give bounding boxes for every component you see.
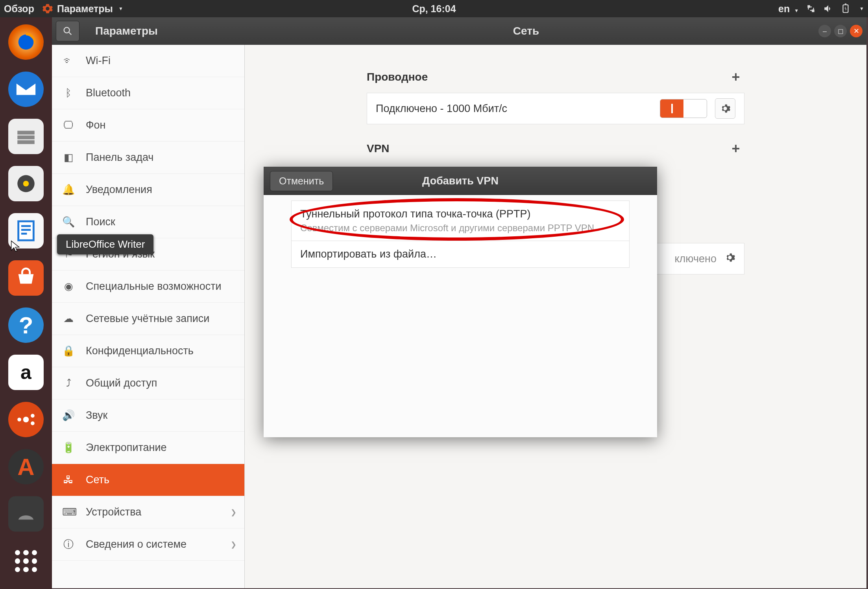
network-icon: 🖧 (62, 474, 75, 486)
sidebar-label: Устройства (86, 506, 141, 518)
vpn-option-title: Импортировать из файла… (300, 248, 621, 260)
sidebar-item-accounts[interactable]: ☁Сетевые учётные записи (52, 303, 244, 335)
sidebar-item-network[interactable]: 🖧Сеть (52, 464, 244, 496)
wired-status-label: Подключено - 1000 Мбит/с (376, 103, 507, 115)
sidebar-item-sharing[interactable]: ⤴Общий доступ (52, 367, 244, 399)
launcher-rhythmbox[interactable] (8, 166, 44, 201)
bluetooth-icon: ᛒ (62, 87, 75, 99)
app-menu-label: Параметры (57, 3, 113, 15)
chevron-right-icon: ❯ (231, 540, 236, 549)
activities-button[interactable]: Обзор (4, 3, 34, 15)
sidebar-item-sound[interactable]: 🔊Звук (52, 399, 244, 432)
wired-settings-button[interactable] (715, 98, 735, 119)
add-wired-button[interactable]: + (727, 68, 744, 86)
clock: Ср, 16:04 (0, 3, 868, 15)
info-icon: ⓘ (62, 537, 75, 551)
gear-icon (720, 103, 731, 114)
launcher-generic[interactable] (8, 496, 44, 532)
sidebar-label: Сведения о системе (86, 538, 187, 550)
launcher-thunderbird[interactable] (8, 72, 44, 107)
svg-point-11 (23, 417, 29, 423)
sidebar-item-search[interactable]: 🔍Поиск (52, 206, 244, 238)
sidebar-item-wifi[interactable]: ᯤWi-Fi (52, 45, 244, 77)
settings-icon (42, 3, 53, 14)
launcher-files[interactable] (8, 119, 44, 154)
network-tray-icon[interactable] (806, 4, 816, 14)
launcher-software[interactable] (8, 260, 44, 296)
chevron-down-icon: ▼ (118, 6, 123, 11)
app-menu[interactable]: Параметры ▼ (42, 3, 123, 15)
sidebar-item-devices[interactable]: ⌨Устройства❯ (52, 496, 244, 528)
window-close[interactable]: ✕ (850, 25, 862, 37)
sidebar-item-dock[interactable]: ◧Панель задач (52, 142, 244, 174)
chevron-down-icon: ▼ (859, 6, 864, 11)
wired-header-label: Проводное (367, 71, 428, 83)
window-minimize[interactable]: – (818, 25, 831, 37)
svg-rect-9 (21, 229, 31, 231)
sidebar-label: Панель задач (86, 151, 153, 164)
launcher-amazon[interactable]: a (8, 355, 44, 390)
sidebar-title: Параметры (79, 25, 229, 37)
wired-section-header: Проводное + (367, 68, 744, 86)
sidebar-label: Электропитание (86, 442, 167, 454)
chevron-down-icon: ▼ (794, 8, 799, 13)
bell-icon: 🔔 (62, 184, 75, 196)
launcher-show-apps[interactable] (8, 543, 44, 579)
add-vpn-dialog: Отменить Добавить VPN Туннельный протоко… (264, 167, 657, 437)
sidebar-item-details[interactable]: ⓘСведения о системе❯ (52, 528, 244, 561)
vpn-header-label: VPN (367, 142, 390, 155)
svg-point-14 (17, 418, 21, 422)
page-title: Сеть (245, 25, 807, 37)
dock-icon: ◧ (62, 151, 75, 164)
accessibility-icon: ◉ (62, 280, 75, 293)
mouse-cursor (10, 240, 23, 252)
svg-point-13 (31, 422, 35, 425)
lock-icon: 🔒 (62, 345, 75, 357)
vpn-option-pptp[interactable]: Туннельный протокол типа точка-точка (PP… (291, 201, 630, 241)
top-menubar: Обзор Параметры ▼ Ср, 16:04 en ▼ ▼ (0, 0, 868, 17)
add-vpn-button[interactable]: + (727, 140, 744, 157)
battery-tray-icon[interactable] (840, 4, 851, 14)
devices-icon: ⌨ (62, 506, 75, 518)
sidebar-item-bluetooth[interactable]: ᛒBluetooth (52, 77, 244, 109)
sidebar-item-background[interactable]: 🖵Фон (52, 109, 244, 142)
sidebar-item-privacy[interactable]: 🔒Конфиденциальность (52, 335, 244, 367)
window-titlebar: Параметры Сеть – ◻ ✕ (52, 17, 866, 45)
sidebar-label: Wi-Fi (86, 55, 111, 67)
sidebar-label: Конфиденциальность (86, 345, 194, 357)
launcher-firefox[interactable] (8, 24, 44, 60)
sidebar-label: Уведомления (86, 184, 152, 196)
sidebar-item-accessibility[interactable]: ◉Специальные возможности (52, 271, 244, 303)
svg-point-6 (23, 181, 29, 187)
sidebar-search-button[interactable] (56, 21, 79, 41)
search-icon: 🔍 (62, 216, 75, 228)
window-maximize[interactable]: ◻ (834, 25, 847, 37)
power-icon: 🔋 (62, 442, 75, 454)
launcher-help[interactable]: ? (8, 307, 44, 343)
keyboard-layout[interactable]: en ▼ (778, 3, 799, 15)
gear-icon (724, 252, 735, 263)
sidebar-item-notifications[interactable]: 🔔Уведомления (52, 174, 244, 206)
svg-point-12 (31, 414, 35, 418)
svg-rect-8 (21, 225, 31, 227)
sidebar-item-power[interactable]: 🔋Электропитание (52, 432, 244, 464)
apps-grid-icon (15, 550, 37, 572)
wired-toggle[interactable] (660, 99, 707, 118)
volume-tray-icon[interactable] (823, 4, 833, 14)
launcher-updater[interactable]: A (8, 449, 44, 484)
cancel-button[interactable]: Отменить (270, 171, 333, 191)
settings-sidebar: ᯤWi-Fi ᛒBluetooth 🖵Фон ◧Панель задач 🔔Ув… (52, 45, 245, 588)
cloud-icon: ☁ (62, 313, 75, 325)
sidebar-label: Поиск (86, 216, 115, 228)
launcher-tooltip: LibreOffice Writer (57, 234, 153, 254)
vpn-section-header: VPN + (367, 140, 744, 157)
svg-rect-4 (17, 140, 35, 144)
vpn-settings-button[interactable] (724, 252, 735, 266)
launcher-dock: ? a A (0, 17, 52, 589)
vpn-option-title: Туннельный протокол типа точка-точка (PP… (300, 208, 621, 220)
chevron-right-icon: ❯ (231, 508, 236, 517)
sidebar-label: Общий доступ (86, 377, 157, 389)
sidebar-label: Фон (86, 119, 105, 131)
launcher-settings[interactable] (8, 402, 44, 437)
vpn-option-import[interactable]: Импортировать из файла… (291, 241, 630, 268)
